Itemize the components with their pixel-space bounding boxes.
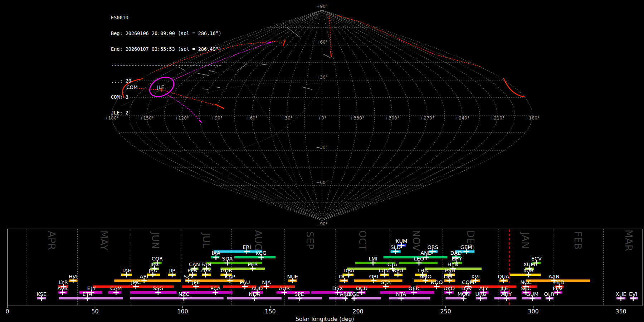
shower-label-XHE: XHE	[616, 291, 626, 297]
shower-label-AVB: AVB	[57, 286, 68, 291]
shower-label-DPC: DPC	[444, 274, 454, 279]
meteor-trail	[287, 27, 300, 37]
shower-label-CAP: CAP	[225, 274, 235, 279]
map-lat-label: +90°	[316, 4, 328, 9]
map-lat-label: −60°	[316, 180, 328, 185]
x-tick-label: 350	[615, 308, 626, 315]
shower-bar-NTA	[389, 297, 430, 299]
shower-label-SPE: SPE	[294, 291, 304, 297]
month-label: JAN	[520, 231, 531, 249]
plot-canvas: +180°+150°+120°+90°+60°+30°+0°+330°+300°…	[0, 0, 644, 322]
map-lon-label: +300°	[385, 115, 400, 121]
x-tick-label: 150	[265, 308, 276, 315]
shower-label-IXA: IXA	[212, 250, 220, 256]
shower-label-TAH: TAH	[121, 268, 132, 273]
shower-label-SDA: SDA	[222, 256, 233, 262]
shower-label-AAN: AAN	[548, 274, 560, 279]
shower-label-OER: OER	[408, 286, 419, 291]
shower-bar-OER	[380, 291, 434, 294]
observation-header: ES001D Beg: 20260106 20:09:00 (sol = 286…	[111, 4, 221, 126]
shower-label-AND: AND	[420, 250, 432, 256]
shower-label-GDR: GDR	[221, 268, 232, 273]
shower-label-XCB: XCB	[523, 268, 533, 273]
shower-bar-SPE	[288, 297, 322, 299]
shower-label-AUR: AUR	[279, 286, 290, 291]
meteor-trail	[302, 87, 312, 89]
shower-label-JIP: JIP	[169, 268, 175, 273]
shower-label-ARI: ARI	[140, 274, 148, 279]
shower-label-PAU: PAU	[240, 279, 250, 285]
map-lon-label: +330°	[350, 115, 365, 121]
shower-label-NTA: NTA	[396, 291, 406, 297]
map-lat-label: −30°	[316, 145, 328, 150]
shower-bar-KCG	[234, 256, 275, 259]
shower-label-NCC: NCC	[520, 279, 531, 285]
shower-label-ETA: ETA	[83, 291, 92, 297]
shower-label-THA: THA	[417, 268, 428, 273]
shower-label-ALY: ALY	[479, 286, 488, 291]
begin-time: Beg: 20260106 20:09:00 (sol = 286.16°)	[111, 31, 221, 36]
month-label: OCT	[357, 230, 368, 251]
shower-label-HVI: HVI	[69, 274, 78, 279]
shower-label-JLE: JLE	[500, 286, 508, 291]
shower-label-NZC: NZC	[178, 291, 189, 297]
shower-label-OCU: OCU	[356, 286, 367, 291]
shower-label-HYD: HYD	[448, 262, 459, 267]
shower-label-XVI: XVI	[471, 274, 480, 279]
shower-bar-STA	[339, 286, 411, 288]
shower-label-PER: PER	[248, 262, 258, 267]
shower-label-ZCS: ZCS	[200, 268, 211, 273]
month-label: JUN	[150, 231, 161, 249]
shower-label-KUM: KUM	[396, 238, 407, 244]
shower-bar-ARI	[114, 279, 181, 282]
map-lat-label: +30°	[316, 74, 328, 80]
shower-bar-ETA	[59, 297, 123, 299]
shower-label-RPU: RPU	[393, 268, 403, 273]
map-lon-label: +210°	[490, 115, 505, 121]
month-label: FEB	[572, 231, 584, 249]
shower-label-EHY: EHY	[452, 256, 462, 262]
separator-line: --------------------------------------	[111, 63, 221, 68]
shower-label-DSX: DSX	[332, 286, 343, 291]
shower-label-URS: URS	[475, 291, 486, 297]
month-label: AUG	[253, 230, 264, 251]
map-lon-label: +180°	[525, 115, 540, 121]
map-lat-label: +60°	[316, 39, 328, 45]
shower-label-DRA: DRA	[343, 268, 355, 273]
shower-label-NIA: NIA	[262, 279, 271, 285]
month-label: APR	[46, 231, 57, 250]
shower-label-XUM: XUM	[523, 262, 535, 267]
month-label: MAY	[98, 230, 109, 251]
map-lon-label: +60°	[246, 115, 258, 121]
shower-bar-ORI	[354, 279, 402, 282]
shower-label-KSE: KSE	[36, 291, 47, 297]
shower-label-STA: STA	[381, 279, 391, 285]
shower-label-GUM: GUM	[526, 291, 538, 297]
shower-label-MON: MON	[458, 291, 470, 297]
shower-label-AMO: AMO	[419, 274, 431, 279]
map-lon-label: +30°	[281, 115, 293, 121]
shower-label-ORS: ORS	[427, 244, 438, 250]
shower-label-PPS: PPS	[187, 268, 197, 273]
shower-label-OHY: OHY	[544, 291, 555, 297]
shower-label-OCT: OCT	[339, 274, 350, 279]
shower-label-SCC: SCC	[521, 286, 531, 291]
shower-label-CAN: CAN	[189, 262, 200, 267]
map-lon-label: +240°	[455, 115, 470, 121]
shower-bar-NZC	[130, 297, 224, 299]
shower-label-AUD: AUD	[252, 286, 263, 291]
radiant-track-tip	[267, 42, 271, 43]
shower-label-GEM: GEM	[460, 244, 472, 250]
x-axis-title: Solar longitude (deg)	[296, 316, 354, 322]
shower-label-DAD: DAD	[450, 250, 462, 256]
x-tick-label: 100	[177, 308, 188, 315]
shower-label-LYR: LYR	[59, 279, 68, 285]
x-tick-label: 250	[440, 308, 451, 315]
shower-label-ORI: ORI	[369, 274, 379, 279]
map-lon-label: +270°	[420, 115, 435, 121]
map-lat-label: −90°	[316, 221, 328, 226]
shower-label-LMI: LMI	[369, 256, 377, 262]
shower-activity-chart: APRMAYJUNJULAUGSEPOCTNOVDECJANFEBMARKUME…	[5, 229, 642, 322]
x-tick-label: 200	[352, 308, 364, 315]
shower-label-LUM: LUM	[379, 268, 390, 273]
